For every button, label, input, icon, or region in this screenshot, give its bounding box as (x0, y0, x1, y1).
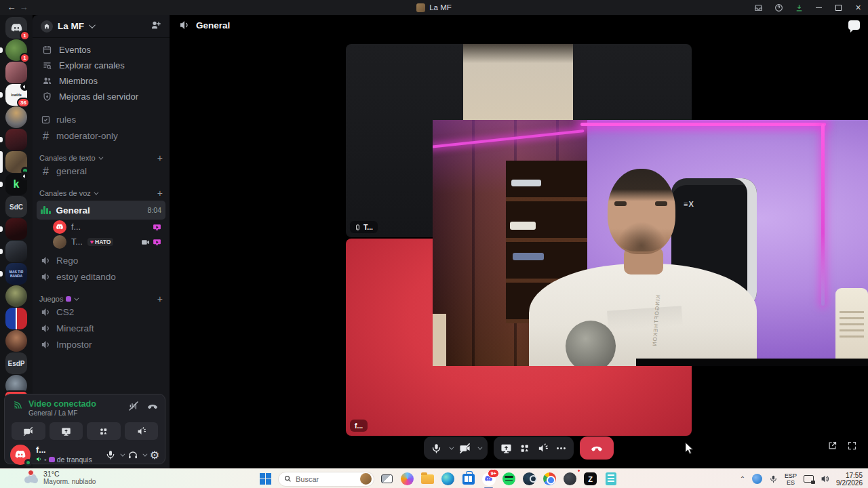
voice-channel-minecraft[interactable]: Minecraft (37, 321, 165, 336)
file-explorer-button[interactable] (420, 471, 435, 487)
tray-mic-icon[interactable] (769, 474, 778, 483)
close-button[interactable]: × (848, 0, 868, 15)
maximize-button[interactable] (829, 0, 848, 15)
dark-app-button[interactable] (562, 471, 578, 487)
weather-temp: 31°C (43, 470, 96, 478)
activities-button[interactable] (87, 422, 121, 440)
server-icon-esdp[interactable]: EsdP (5, 352, 27, 374)
call-activities-icon[interactable] (519, 443, 530, 454)
disconnect-phone-icon[interactable] (147, 401, 158, 411)
chrome-button[interactable] (542, 471, 557, 487)
steam-button[interactable] (521, 471, 537, 487)
voice-channel-rego[interactable]: Rego (37, 253, 165, 268)
call-screenshare-icon[interactable] (500, 443, 512, 454)
taskbar-search[interactable]: Buscar (278, 472, 374, 487)
participant-f[interactable]: f... (49, 220, 165, 235)
mic-options-chevron-icon[interactable] (449, 445, 454, 449)
notepad-button[interactable] (603, 471, 618, 487)
server-icon-sdc[interactable]: SdC (5, 196, 27, 218)
menu-item-miembros[interactable]: Miembros (37, 73, 165, 89)
headphones-chevron-icon[interactable] (142, 451, 147, 456)
call-camera-off-icon[interactable] (459, 443, 471, 454)
server-icon-photo[interactable] (5, 285, 27, 307)
microphone-scenery (566, 321, 616, 366)
server-icon-person[interactable] (5, 106, 27, 128)
chevron-down-icon (89, 22, 96, 28)
taskbar-weather-widget[interactable]: 31°C Mayorm. nublado (23, 470, 96, 485)
server-icon-crowd[interactable] (5, 129, 27, 150)
help-icon[interactable] (768, 0, 789, 15)
inbox-icon[interactable] (748, 0, 768, 15)
invite-members-icon[interactable] (151, 20, 161, 33)
server-icon-krunker[interactable]: k (5, 174, 27, 195)
menu-item-mejoras[interactable]: Mejoras del servidor (37, 89, 165, 104)
soundboard-button[interactable] (125, 422, 159, 440)
discord-home-button[interactable]: 1 (5, 17, 27, 39)
tray-expand-icon[interactable]: ⌃ (740, 475, 745, 483)
server-icon-mas-tir-banda[interactable]: MAS TIR BANDA (5, 263, 27, 285)
channel-moderator-only[interactable]: # moderator-only (37, 128, 165, 144)
add-channel-icon[interactable]: + (157, 188, 163, 199)
camera-toggle-button[interactable] (12, 422, 45, 440)
call-soundboard-icon[interactable] (537, 443, 549, 454)
add-channel-icon[interactable]: + (157, 293, 163, 304)
add-channel-icon[interactable]: + (157, 152, 163, 163)
person-torso: KINGOFTHEKON (529, 264, 757, 366)
language-indicator[interactable]: ESPES (785, 472, 797, 486)
server-icon-la-mf[interactable] (5, 151, 27, 173)
screen-share-button[interactable] (50, 422, 83, 440)
z-app-button[interactable]: Z (583, 471, 598, 487)
stream-overlay-window[interactable]: ≡X KINGOFTHEKON (433, 120, 868, 366)
camera-options-chevron-icon[interactable] (477, 445, 482, 449)
clock[interactable]: 17:559/2/2026 (836, 472, 863, 487)
start-button[interactable] (258, 471, 273, 487)
section-canales-de-texto[interactable]: Canales de texto + (33, 153, 170, 163)
discord-taskbar-button[interactable]: 9+ (481, 471, 496, 487)
server-header[interactable]: La MF (33, 15, 170, 38)
cast-icon[interactable] (804, 475, 814, 483)
voice-channel-estoy-editando[interactable]: estoy editando (37, 269, 165, 285)
spotify-button[interactable] (501, 471, 517, 487)
menu-item-explorar-canales[interactable]: Explorar canales (37, 58, 165, 73)
channel-rules[interactable]: rules (37, 112, 165, 127)
microsoft-store-button[interactable] (460, 471, 476, 487)
server-icon-lowlife[interactable]: lowlife 36 (5, 84, 27, 106)
participant-name: T... (71, 237, 83, 247)
edge-button[interactable] (440, 471, 456, 487)
voice-route-text[interactable]: General / La MF (28, 409, 96, 417)
open-chat-icon[interactable] (848, 20, 860, 30)
menu-item-eventos[interactable]: Eventos (37, 42, 165, 58)
popout-icon[interactable] (827, 441, 837, 451)
section-juegos[interactable]: Juegos + (33, 294, 170, 304)
settings-gear-icon[interactable]: ⚙ (150, 449, 159, 462)
hangup-button[interactable] (580, 436, 614, 460)
fullscreen-icon[interactable] (847, 441, 857, 451)
minimize-button[interactable] (809, 0, 829, 15)
server-icon-figure[interactable] (5, 330, 27, 352)
server-icon-brutal[interactable] (5, 218, 27, 240)
call-mic-icon[interactable] (431, 443, 442, 454)
server-icon-cas[interactable] (5, 308, 27, 329)
noise-suppression-icon[interactable] (128, 401, 139, 411)
update-download-icon[interactable] (789, 0, 809, 15)
server-icon-avatar-green[interactable]: 1 (5, 39, 27, 61)
server-icon-dark-art[interactable] (5, 241, 27, 262)
mic-icon[interactable] (105, 449, 116, 460)
onedrive-icon[interactable] (752, 474, 762, 484)
channel-general-text[interactable]: # general (37, 163, 165, 179)
task-view-button[interactable] (379, 471, 395, 487)
headphones-icon[interactable] (127, 449, 138, 460)
bag-scenery (835, 288, 868, 366)
server-icon-collage[interactable] (5, 62, 27, 83)
copilot-button[interactable] (399, 471, 415, 487)
participant-t[interactable]: T... ♥ HATO (49, 235, 165, 249)
tray-speaker-icon[interactable] (821, 474, 829, 483)
user-avatar[interactable] (10, 445, 31, 465)
voice-channel-cs2[interactable]: CS2 (37, 304, 165, 320)
voice-channel-impostor[interactable]: Impostor (37, 337, 165, 352)
voice-channel-general[interactable]: General 8:04 (37, 201, 165, 220)
hash-icon: # (41, 130, 51, 142)
section-canales-de-voz[interactable]: Canales de voz + (33, 188, 170, 198)
call-more-options-icon[interactable] (555, 443, 567, 454)
mic-chevron-icon[interactable] (120, 451, 125, 456)
